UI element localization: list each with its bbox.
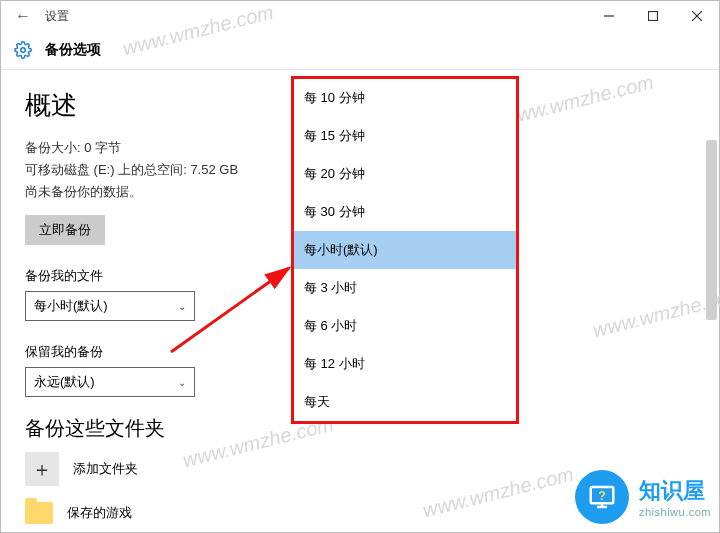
badge-title: 知识屋 (639, 476, 711, 506)
backup-frequency-value: 每小时(默认) (34, 297, 108, 315)
frequency-option-selected[interactable]: 每小时(默认) (294, 231, 516, 269)
frequency-option[interactable]: 每 3 小时 (294, 269, 516, 307)
frequency-option[interactable]: 每 12 小时 (294, 345, 516, 383)
add-folder-button[interactable]: ＋ (25, 452, 59, 486)
folder-name: 保存的游戏 (67, 504, 132, 522)
site-badge: ? 知识屋 zhishiwu.com (575, 470, 711, 524)
titlebar: ← 设置 (1, 1, 719, 31)
page-header: 备份选项 (1, 31, 719, 69)
chevron-down-icon: ⌄ (178, 377, 186, 388)
gear-icon (13, 40, 33, 60)
backup-frequency-popup: 每 10 分钟 每 15 分钟 每 20 分钟 每 30 分钟 每小时(默认) … (291, 76, 519, 424)
backup-frequency-select[interactable]: 每小时(默认) ⌄ (25, 291, 195, 321)
frequency-option[interactable]: 每 20 分钟 (294, 155, 516, 193)
page-header-label: 备份选项 (45, 41, 101, 59)
frequency-option[interactable]: 每 15 分钟 (294, 117, 516, 155)
folder-icon (25, 502, 53, 524)
badge-icon: ? (575, 470, 629, 524)
settings-window: www.wmzhe.com www.wmzhe.com www.wmzhe.co… (0, 0, 720, 533)
plus-icon: ＋ (32, 456, 52, 483)
scrollbar-thumb[interactable] (706, 140, 717, 320)
svg-point-4 (21, 48, 26, 53)
frequency-option[interactable]: 每 10 分钟 (294, 79, 516, 117)
add-folder-label: 添加文件夹 (73, 460, 138, 478)
minimize-button[interactable] (587, 1, 631, 31)
content-area: 概述 备份大小: 0 字节 可移动磁盘 (E:) 上的总空间: 7.52 GB … (1, 70, 719, 533)
window-title: 设置 (45, 8, 69, 25)
window-buttons (587, 1, 719, 31)
backup-now-button[interactable]: 立即备份 (25, 215, 105, 245)
frequency-option[interactable]: 每 30 分钟 (294, 193, 516, 231)
maximize-button[interactable] (631, 1, 675, 31)
chevron-down-icon: ⌄ (178, 301, 186, 312)
badge-sub: zhishiwu.com (639, 506, 711, 518)
badge-text: 知识屋 zhishiwu.com (639, 476, 711, 518)
keep-backups-select[interactable]: 永远(默认) ⌄ (25, 367, 195, 397)
close-button[interactable] (675, 1, 719, 31)
frequency-option[interactable]: 每 6 小时 (294, 307, 516, 345)
back-button[interactable]: ← (9, 2, 37, 30)
svg-text:?: ? (598, 489, 606, 503)
svg-rect-1 (649, 12, 658, 21)
keep-backups-value: 永远(默认) (34, 373, 95, 391)
frequency-option[interactable]: 每天 (294, 383, 516, 421)
